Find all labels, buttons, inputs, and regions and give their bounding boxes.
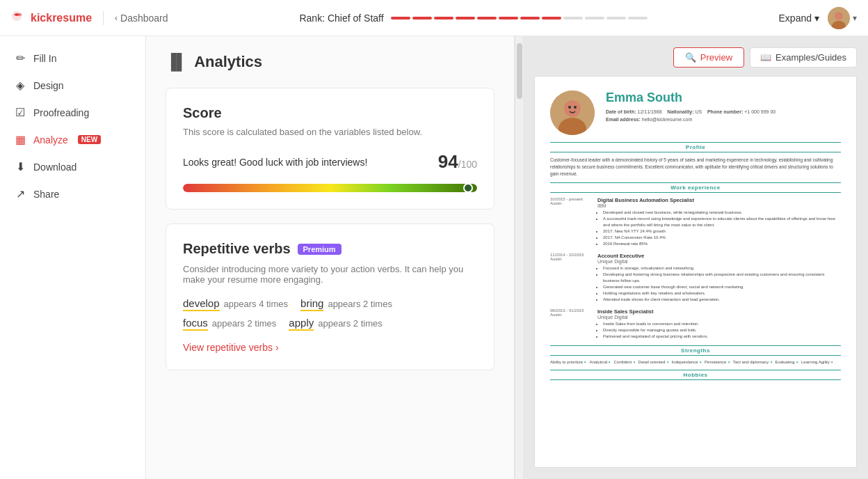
job-dates: 08/2013 - 01/2015 Austin <box>550 308 592 340</box>
job-bullets: Developed and closed new business, while… <box>597 210 841 247</box>
design-icon: ◈ <box>14 79 26 92</box>
svg-point-7 <box>568 106 571 109</box>
sidebar-item-label: Analyze <box>33 134 68 146</box>
nav-divider <box>103 11 104 25</box>
score-bar-gradient <box>183 184 477 192</box>
rank-segment <box>412 17 432 19</box>
premium-badge: Premium <box>298 244 341 255</box>
scroll-bar[interactable] <box>515 36 523 479</box>
share-icon: ↗ <box>14 187 26 201</box>
analytics-title: Analytics <box>194 53 262 71</box>
expand-chevron-icon: ▾ <box>814 13 819 24</box>
skill-item: Evaluating <box>775 360 798 364</box>
score-bar-indicator <box>463 184 473 192</box>
sidebar-item-analyze[interactable]: ▦ Analyze NEW <box>0 126 145 153</box>
verb-count: appears 2 times <box>328 299 392 309</box>
edit-icon: ✏ <box>14 52 26 65</box>
verb-word: apply <box>289 317 314 331</box>
skill-item: Learning Agility <box>801 360 833 364</box>
verb-word: focus <box>183 317 208 331</box>
arrow-icon: › <box>275 342 279 353</box>
strengths-list: Ability to prioritize Analytical Confide… <box>550 360 841 364</box>
preview-button[interactable]: 🔍 Preview <box>673 47 744 68</box>
user-avatar-section[interactable]: ▾ <box>828 7 857 29</box>
job-dates: 10/2015 - present Austin <box>550 197 592 247</box>
rank-segment <box>520 17 540 19</box>
job-details: Inside Sales Specialist Unique Digital I… <box>597 308 841 340</box>
rank-section: Rank: Chief of Staff <box>177 13 771 24</box>
verb-count: appears 2 times <box>212 318 277 329</box>
analytics-header: ▐▌ Analytics <box>166 53 495 71</box>
sidebar-item-proofreading[interactable]: ☑ Proofreading <box>0 99 145 126</box>
analytics-panel: ▐▌ Analytics Score This score is calcula… <box>146 36 515 479</box>
sidebar-item-download[interactable]: ⬇ Download <box>0 153 145 180</box>
dashboard-link[interactable]: Dashboard <box>120 13 168 24</box>
proofreading-icon: ☑ <box>14 106 26 119</box>
resume-header: Emma South Date of birth: 12/11/1988 Nat… <box>550 91 841 135</box>
avatar-chevron-icon: ▾ <box>853 13 857 23</box>
work-section-title: Work experience <box>550 182 841 193</box>
back-chevron-icon: ‹ <box>115 13 118 23</box>
resume-document: Emma South Date of birth: 12/11/1988 Nat… <box>534 76 857 468</box>
analyze-icon: ▦ <box>14 133 26 146</box>
rank-segment <box>606 17 626 19</box>
repetitive-description: Consider introducing more variety to you… <box>183 264 477 285</box>
sidebar-item-design[interactable]: ◈ Design <box>0 72 145 99</box>
resume-name: Emma South <box>606 91 841 105</box>
rank-segment <box>628 17 648 19</box>
preview-icon: 🔍 <box>685 52 696 63</box>
avatar <box>828 7 850 29</box>
back-button[interactable]: ‹ Dashboard <box>115 13 168 24</box>
job-item: 10/2015 - present Austin Digital Busines… <box>550 197 841 247</box>
skill-item: Confident <box>613 360 635 364</box>
avatar-image <box>828 7 850 29</box>
profile-photo <box>550 91 595 135</box>
sidebar-item-label: Design <box>33 80 64 91</box>
logo[interactable]: kickresume <box>11 10 92 26</box>
sidebar: ✏ Fill In ◈ Design ☑ Proofreading ▦ Anal… <box>0 36 146 479</box>
job-item: 11/2014 - 10/2015 Austin Account Executi… <box>550 253 841 303</box>
expand-button[interactable]: Expand ▾ <box>779 13 819 24</box>
rank-segment <box>563 17 583 19</box>
download-icon: ⬇ <box>14 160 26 173</box>
new-badge: NEW <box>78 135 101 144</box>
skill-item: Analytical <box>589 360 611 364</box>
hobbies-section-title: Hobbies <box>550 370 841 380</box>
profile-section-title: Profile <box>550 142 841 152</box>
resume-photo <box>550 91 595 135</box>
rank-segment <box>391 17 410 19</box>
rank-segment <box>542 17 561 19</box>
examples-button[interactable]: 📖 Examples/Guides <box>750 47 857 68</box>
resume-info: Emma South Date of birth: 12/11/1988 Nat… <box>606 91 841 135</box>
repetitive-verbs-card: Repetitive verbs Premium Consider introd… <box>166 223 495 370</box>
scroll-thumb[interactable] <box>517 43 522 99</box>
score-card: Score This score is calculated based on … <box>166 88 495 210</box>
sidebar-item-share[interactable]: ↗ Share <box>0 180 145 207</box>
sidebar-item-label: Download <box>33 162 77 173</box>
main-layout: ✏ Fill In ◈ Design ☑ Proofreading ▦ Anal… <box>0 36 868 479</box>
job-details: Account Executive Unique Digital Focused… <box>597 253 841 303</box>
job-dates: 11/2014 - 10/2015 Austin <box>550 253 592 303</box>
rank-segment <box>434 17 453 19</box>
verb-count: appears 4 times <box>224 299 289 309</box>
rank-label: Rank: Chief of Staff <box>299 13 383 24</box>
book-icon: 📖 <box>760 52 771 63</box>
resume-panel: + 🔍 Preview 📖 Examples/Guides <box>523 36 868 479</box>
verb-row-1: develop appears 4 times bring appears 2 … <box>183 297 477 311</box>
score-message: Looks great! Good luck with job intervie… <box>183 157 367 168</box>
skill-item: Tact and diplomacy <box>733 360 773 364</box>
score-row: Looks great! Good luck with job intervie… <box>183 151 477 173</box>
view-more-link[interactable]: View repetitive verbs › <box>183 342 477 353</box>
strengths-section-title: Strengths <box>550 345 841 356</box>
repetitive-verbs-header: Repetitive verbs Premium <box>183 241 477 257</box>
score-card-title: Score <box>183 105 477 121</box>
repetitive-title: Repetitive verbs <box>183 241 291 257</box>
skill-item: Ability to prioritize <box>550 360 586 364</box>
verb-word: develop <box>183 297 220 311</box>
rank-segment <box>585 17 604 19</box>
skill-item: Persistence <box>705 360 730 364</box>
sidebar-item-fill-in[interactable]: ✏ Fill In <box>0 45 145 72</box>
rank-progress-bar <box>391 17 648 19</box>
sidebar-item-label: Proofreading <box>33 107 89 118</box>
top-navigation: kickresume ‹ Dashboard Rank: Chief of St… <box>0 0 868 36</box>
